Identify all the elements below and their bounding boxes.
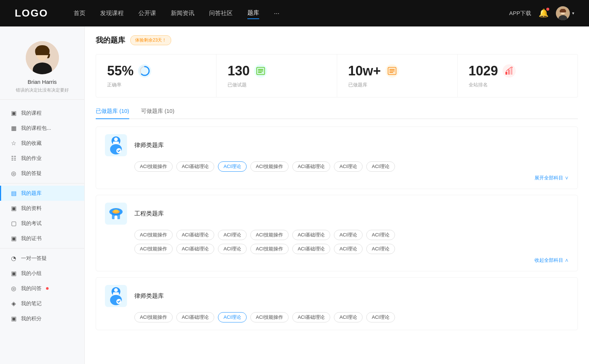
course-icon: ▣ [10, 110, 17, 117]
notification-dot [546, 8, 549, 11]
logo[interactable]: LOGO [15, 7, 52, 19]
sidebar-item-my-questions[interactable]: ◎ 我的问答 [0, 281, 84, 296]
bank-tag[interactable]: ACI基础理论 [176, 230, 215, 240]
bank-tag[interactable]: ACI技能操作 [250, 244, 289, 254]
stat-rank-value: 1029 [469, 63, 498, 79]
bank-tag[interactable]: ACI基础理论 [292, 312, 331, 322]
bank-tag[interactable]: ACI技能操作 [250, 161, 289, 172]
svg-rect-19 [508, 69, 510, 75]
stat-done-banks-value: 10w+ [348, 63, 381, 79]
bank-tags-lawyer-1: ACI技能操作 ACI基础理论 ACI理论 ACI技能操作 ACI基础理论 AC… [105, 161, 569, 172]
user-avatar-wrap[interactable]: ▾ [556, 6, 574, 20]
nav-home[interactable]: 首页 [74, 8, 85, 19]
bank-tag[interactable]: ACI理论 [218, 244, 247, 254]
bank-tabs: 已做题库 (10) 可做题库 (10) [96, 108, 578, 119]
sidebar-item-my-points[interactable]: ▣ 我的积分 [0, 311, 84, 326]
bank-tag[interactable]: ACI理论 [366, 230, 395, 240]
sidebar-item-my-course[interactable]: ▣ 我的课程 [0, 106, 84, 121]
bank-card-lawyer-2: 律师类题库 ACI技能操作 ACI基础理论 ACI理论 ACI技能操作 ACI基… [96, 277, 578, 330]
profile-section: Brian Harris 错误的决定比没有决定要好 [0, 34, 84, 100]
svg-point-34 [114, 288, 118, 292]
stat-accuracy: 55% 正确率 [96, 54, 216, 97]
bank-card-lawyer-1: 律师类题库 ACI技能操作 ACI基础理论 ACI理论 ACI技能操作 ACI基… [96, 126, 578, 189]
sidebar-item-certificate[interactable]: ▣ 我的证书 [0, 231, 84, 246]
bank-tag[interactable]: ACI技能操作 [250, 230, 289, 240]
qa-icon: ◎ [10, 170, 17, 177]
bank-tag[interactable]: ACI理论 [366, 312, 395, 322]
collapse-engineer[interactable]: 收起全部科目 ∧ [105, 257, 569, 264]
bank-tag[interactable]: ACI基础理论 [292, 244, 331, 254]
stats-row: 55% 正确率 130 [96, 54, 578, 97]
notes-icon: ◈ [10, 300, 17, 307]
nav-discover[interactable]: 发现课程 [100, 8, 124, 19]
bank-tag[interactable]: ACI理论 [334, 230, 363, 240]
tab-available-banks[interactable]: 可做题库 (10) [141, 108, 174, 119]
bank-tag[interactable]: ACI基础理论 [176, 312, 215, 322]
profile-name: Brian Harris [28, 79, 57, 85]
bank-tag[interactable]: ACI理论 [366, 244, 395, 254]
sidebar-divider-2 [0, 248, 84, 249]
sidebar-item-my-group[interactable]: ▣ 我的小组 [0, 266, 84, 281]
accuracy-icon [138, 64, 151, 78]
header: LOGO 首页 发现课程 公开课 新闻资讯 问答社区 题库 ··· APP下载 … [0, 0, 589, 26]
sidebar-item-homework[interactable]: ☷ 我的作业 [0, 151, 84, 166]
sidebar-item-favorites[interactable]: ☆ 我的收藏 [0, 136, 84, 151]
nav-open-course[interactable]: 公开课 [138, 8, 156, 19]
bank-tag[interactable]: ACI基础理论 [176, 244, 215, 254]
sidebar-item-one-on-one[interactable]: ◔ 一对一答疑 [0, 251, 84, 266]
bank-tag[interactable]: ACI技能操作 [134, 161, 173, 172]
bank-tags-engineer-row1: ACI技能操作 ACI基础理论 ACI理论 ACI技能操作 ACI基础理论 AC… [105, 230, 569, 240]
bank-tag[interactable]: ACI基础理论 [292, 161, 331, 172]
bank-tag[interactable]: ACI技能操作 [134, 230, 173, 240]
bank-tag[interactable]: ACI理论 [218, 230, 247, 240]
sidebar-item-my-notes[interactable]: ◈ 我的笔记 [0, 296, 84, 311]
nav-news[interactable]: 新闻资讯 [171, 8, 194, 19]
bank-tag[interactable]: ACI理论 [366, 161, 395, 172]
app-download-button[interactable]: APP下载 [509, 10, 531, 17]
notification-bell[interactable]: 🔔 [539, 8, 549, 18]
page-title: 我的题库 [96, 35, 125, 45]
bank-tag[interactable]: ACI基础理论 [176, 161, 215, 172]
bank-tag[interactable]: ACI理论 [334, 161, 363, 172]
profile-icon: ▣ [10, 205, 17, 212]
bank-tag[interactable]: ACI基础理论 [292, 230, 331, 240]
bank-title-engineer: 工程类题库 [134, 210, 164, 218]
course-package-icon: ▦ [10, 125, 17, 132]
bank-tag[interactable]: ACI技能操作 [134, 244, 173, 254]
stat-done-questions: 130 已做试题 [216, 54, 337, 97]
trial-badge: 体验剩余23天！ [130, 35, 171, 45]
stat-accuracy-label: 正确率 [107, 82, 121, 88]
bank-avatar-lawyer-1 [105, 134, 127, 156]
done-questions-icon [254, 64, 267, 78]
bank-tag[interactable]: ACI理论 [334, 312, 363, 322]
stat-done-banks: 10w+ 已做题库 [337, 54, 458, 97]
stat-done-questions-label: 已做试题 [228, 82, 247, 88]
profile-motto: 错误的决定比没有决定要好 [16, 87, 69, 93]
tab-done-banks[interactable]: 已做题库 (10) [96, 108, 129, 119]
main-nav: 首页 发现课程 公开课 新闻资讯 问答社区 题库 ··· [74, 8, 509, 19]
bank-tag[interactable]: ACI理论 [334, 244, 363, 254]
bank-card-engineer: 工程类题库 ACI技能操作 ACI基础理论 ACI理论 ACI技能操作 ACI基… [96, 195, 578, 271]
sidebar-item-course-package[interactable]: ▦ 我的课程包... [0, 121, 84, 136]
sidebar-item-my-exam[interactable]: ▢ 我的考试 [0, 216, 84, 231]
stat-rank: 1029 全站排名 [458, 54, 578, 97]
nav-more[interactable]: ··· [274, 8, 279, 19]
svg-rect-20 [511, 68, 512, 75]
nav-question-bank[interactable]: 题库 [247, 8, 259, 19]
bank-tag[interactable]: ACI技能操作 [134, 312, 173, 322]
sidebar: Brian Harris 错误的决定比没有决定要好 ▣ 我的课程 ▦ 我的课程包… [0, 26, 85, 364]
profile-avatar [26, 41, 59, 74]
bank-tag[interactable]: ACI技能操作 [250, 312, 289, 322]
main-content: 我的题库 体验剩余23天！ 55% 正确率 [85, 26, 589, 364]
question-notification-dot [46, 287, 49, 290]
stat-rank-label: 全站排名 [469, 82, 488, 88]
expand-lawyer-1[interactable]: 展开全部科目 ∨ [105, 175, 569, 181]
bank-tag-active[interactable]: ACI理论 [218, 312, 247, 322]
nav-qa[interactable]: 问答社区 [209, 8, 233, 19]
sidebar-item-my-bank[interactable]: ▤ 我的题库 [0, 186, 84, 201]
sidebar-item-my-profile[interactable]: ▣ 我的资料 [0, 201, 84, 216]
svg-point-30 [113, 210, 119, 213]
sidebar-item-my-qa[interactable]: ◎ 我的答疑 [0, 166, 84, 181]
bank-tag-active[interactable]: ACI理论 [218, 161, 247, 172]
star-icon: ☆ [10, 140, 17, 147]
